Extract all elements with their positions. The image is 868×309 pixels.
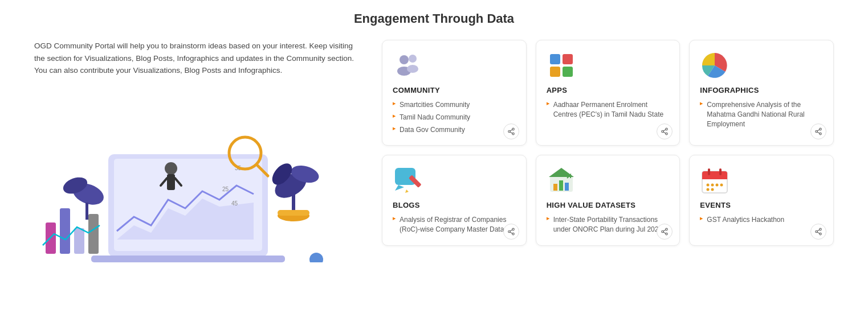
svg-point-30 [165,162,177,175]
svg-point-22 [309,253,323,262]
svg-line-83 [510,230,512,231]
svg-rect-31 [167,174,175,190]
svg-point-102 [716,184,719,187]
svg-rect-62 [550,67,560,77]
svg-line-73 [817,132,820,133]
svg-rect-17 [85,203,88,220]
svg-marker-78 [405,189,409,193]
svg-rect-60 [550,54,560,64]
high-value-datasets-card: HIGH VALUE DATASETS Inter-State Portabil… [536,155,680,246]
svg-point-101 [711,184,714,187]
infographics-icon [700,51,730,80]
svg-line-110 [817,230,820,231]
community-share-button[interactable] [503,123,519,139]
blogs-title: BLOGS [393,201,516,209]
datasets-title: HIGH VALUE DATASETS [547,201,670,209]
svg-line-82 [510,232,512,233]
svg-point-51 [400,55,409,64]
community-title: COMMUNITY [393,86,516,94]
apps-links: Aadhaar Permanent Enrolment Centres (PEC… [547,100,670,120]
svg-line-109 [817,232,820,233]
svg-rect-19 [60,208,70,254]
svg-line-74 [817,130,820,131]
datasets-icon [547,166,576,195]
description-text: OGD Community Portal will help you to br… [34,40,365,77]
svg-line-93 [663,232,666,233]
events-title: EVENTS [700,201,823,209]
svg-rect-99 [719,168,722,175]
illustration: 35 25 45 [34,86,365,262]
apps-share-button[interactable] [657,123,673,139]
infographics-title: INFOGRAPHICS [700,86,823,94]
page-title: Engagement Through Data [34,11,834,26]
svg-text:25: 25 [222,186,229,192]
svg-line-59 [510,130,512,131]
svg-rect-98 [708,168,710,175]
datasets-share-button[interactable] [657,224,673,240]
list-item[interactable]: Comprehensive Analysis of the Mahatma Ga… [700,100,823,129]
infographics-share-button[interactable] [810,123,826,139]
list-item[interactable]: Analysis of Registrar of Companies (RoC)… [393,215,516,234]
events-icon [700,166,730,195]
list-item[interactable]: Data Gov Community [393,125,516,135]
page-wrapper: Engagement Through Data OGD Community Po… [0,0,868,279]
svg-point-100 [707,184,710,187]
infographics-card: INFOGRAPHICS Comprehensive Analysis of t… [689,40,834,146]
svg-rect-97 [702,176,727,179]
list-item[interactable]: Tamil Nadu Community [393,113,516,122]
svg-rect-14 [278,210,309,216]
list-item[interactable]: GST Analytics Hackathon [700,215,823,225]
list-item[interactable]: Smartcities Community [393,100,516,110]
main-content: OGD Community Portal will help you to br… [34,40,834,262]
svg-rect-88 [565,183,569,191]
list-item[interactable]: Aadhaar Permanent Enrolment Centres (PEC… [547,100,670,120]
svg-point-105 [711,188,714,191]
svg-point-54 [407,65,418,73]
events-share-button[interactable] [810,224,826,240]
svg-point-104 [707,188,710,191]
svg-rect-63 [563,67,573,77]
svg-rect-61 [563,54,573,64]
cards-grid: COMMUNITY Smartcities Community Tamil Na… [382,40,834,246]
svg-rect-21 [88,214,99,254]
apps-card: APPS Aadhaar Permanent Enrolment Centres… [536,40,680,146]
svg-rect-87 [559,180,563,191]
svg-rect-6 [91,256,285,262]
svg-line-67 [663,132,666,133]
community-icon [393,51,422,80]
events-card: EVENTS GST Analytics Hackathon [689,155,834,246]
blogs-links: Analysis of Registrar of Companies (RoC)… [393,215,516,234]
left-panel: OGD Community Portal will help you to br… [34,40,365,262]
blogs-card: BLOGS Analysis of Registrar of Companies… [382,155,527,246]
blogs-share-button[interactable] [503,224,519,240]
svg-rect-20 [74,228,84,254]
apps-icon [547,51,576,80]
infographics-links: Comprehensive Analysis of the Mahatma Ga… [700,100,823,129]
datasets-links: Inter-State Portability Transactions und… [547,215,670,234]
svg-line-58 [510,132,512,133]
svg-rect-86 [553,184,557,191]
svg-marker-76 [395,185,404,191]
svg-point-53 [409,55,417,63]
community-card: COMMUNITY Smartcities Community Tamil Na… [382,40,527,146]
svg-line-94 [663,230,666,231]
svg-text:45: 45 [231,200,238,207]
blogs-icon [393,166,422,195]
list-item[interactable]: Inter-State Portability Transactions und… [547,215,670,234]
events-links: GST Analytics Hackathon [700,215,823,225]
svg-point-103 [720,184,723,187]
apps-title: APPS [547,86,670,94]
svg-line-68 [663,130,666,131]
community-links: Smartcities Community Tamil Nadu Communi… [393,100,516,134]
